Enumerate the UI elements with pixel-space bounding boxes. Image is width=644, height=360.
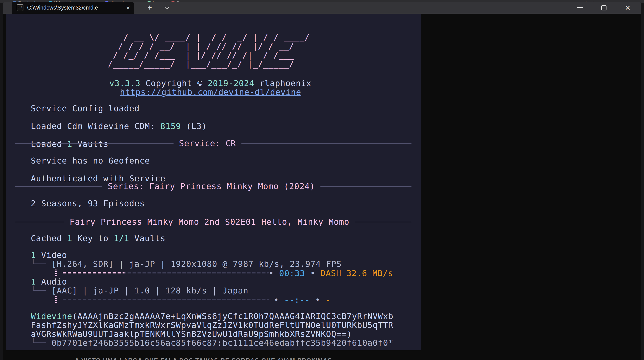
video-progress-status: • 00:33 • DASH 32.6 MB/s <box>269 269 393 278</box>
tab-dropdown-button[interactable] <box>163 5 172 11</box>
audio-progress-row: • --:-- • - <box>6 295 421 304</box>
version-line: v3.3.3 Copyright © 2019-2024 rlaphoenix <box>109 79 311 88</box>
tree-branch-icon: └── <box>31 338 52 348</box>
audio-progress-dots-icon <box>55 296 56 303</box>
audio-track-info: └── [AAC] | ja-JP | 1.0 | 128 kb/s | Jap… <box>31 286 248 295</box>
divider-line <box>15 186 102 187</box>
tree-branch-icon: └── <box>31 259 52 269</box>
minimize-button[interactable] <box>568 2 592 14</box>
minimize-icon <box>577 7 583 8</box>
divider-line <box>15 143 174 144</box>
tab-cmd[interactable]: C:\_ C:\Windows\System32\cmd.e × <box>12 2 134 14</box>
terminal-content[interactable]: / __ \/ ____/ | / / _/ | / / ____/ / / /… <box>3 14 641 360</box>
maximize-icon <box>601 5 606 10</box>
episode-divider-label: Fairy Princess Minky Momo 2nd S02E01 Hel… <box>70 218 349 226</box>
divider-line <box>242 143 412 144</box>
devine-ascii-logo: / __ \/ ____/ | / / _/ | / / ____/ / / /… <box>108 33 310 68</box>
tree-branch-icon: └── <box>31 286 52 295</box>
audio-progress-bar <box>63 299 269 300</box>
cmd-icon: C:\_ <box>17 4 24 11</box>
tab-title: C:\Windows\System32\cmd.e <box>27 4 124 11</box>
divider-line <box>320 186 412 187</box>
widevine-block: Widevine(AAAAjnBzc2gAAAAA7e+LqXnWSs6jyCf… <box>31 312 412 348</box>
widevine-pssh-line2: FashfZshyJYZXlKaGMzTmxkRWxrSWpvaVlqZzJZV… <box>31 321 412 330</box>
video-track-header: 1 Video <box>31 251 67 260</box>
series-divider: Series: Fairy Princess Minky Momo (2024) <box>15 182 412 191</box>
close-icon: × <box>625 3 630 12</box>
episode-divider: Fairy Princess Minky Momo 2nd S02E01 Hel… <box>15 218 412 226</box>
video-progress-bar <box>63 272 269 274</box>
window-controls: × <box>568 2 640 14</box>
cached-keys-line: Cached 1 Key to 1/1 Vaults <box>31 234 166 243</box>
audio-track-header: 1 Audio <box>31 277 67 286</box>
widevine-pssh-line1: Widevine(AAAAjnBzc2gAAAAA7e+LqXnWSs6jyCf… <box>31 312 412 321</box>
divider-line <box>355 222 412 222</box>
seasons-line: 2 Seasons, 93 Episodes <box>31 199 145 208</box>
close-button[interactable]: × <box>616 2 640 14</box>
terminal-window: C:\_ C:\Windows\System32\cmd.e × + × / _… <box>3 2 641 360</box>
chevron-down-icon <box>165 5 169 9</box>
widevine-key-line: └── 0b7701ef246b3555b16c56ac85f66c87:bc1… <box>31 338 412 348</box>
video-progress-dots-icon <box>55 269 56 276</box>
console-output: / __ \/ ____/ | / / _/ | / / ____/ / / /… <box>6 14 421 350</box>
maximize-button[interactable] <box>592 2 616 14</box>
service-divider-label: Service: CR <box>179 139 236 148</box>
video-track-info: └── [H.264, SDR] | ja-JP | 1920x1080 @ 7… <box>31 260 342 268</box>
video-progress-fill <box>63 272 124 274</box>
series-divider-label: Series: Fairy Princess Minky Momo (2024) <box>108 182 315 191</box>
auth-status: Service has no Geofence Authenticated wi… <box>31 156 166 183</box>
new-tab-button[interactable]: + <box>145 4 154 12</box>
video-progress-row: • 00:33 • DASH 32.6 MB/s <box>6 268 421 277</box>
tab-close-icon[interactable]: × <box>126 4 130 11</box>
title-bar[interactable]: C:\_ C:\Windows\System32\cmd.e × + × <box>3 2 641 14</box>
widevine-pssh-line3: aVGRsWkRWaU9UUTJaaklpTENKMllYSnBZVzUwU1d… <box>31 330 412 338</box>
repo-link[interactable]: https://github.com/devine-dl/devine <box>120 88 301 97</box>
service-divider: Service: CR <box>15 139 412 148</box>
divider-line <box>15 222 64 222</box>
audio-progress-status: • --:-- • - <box>274 296 331 304</box>
background-subtitle-text: A VISTO UMA LARGA QUE FALA DOS TAIVAS DE… <box>75 357 332 360</box>
